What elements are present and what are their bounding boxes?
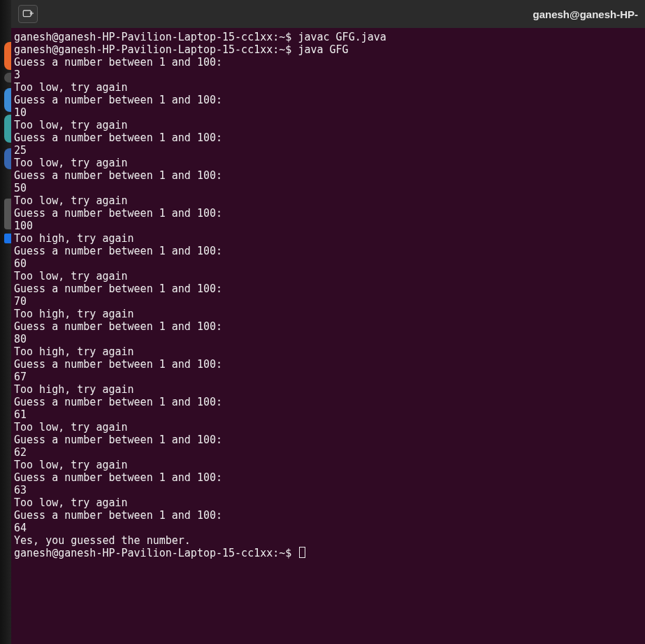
terminal-line: Too high, try again	[14, 232, 644, 245]
terminal-line: Too low, try again	[14, 157, 644, 169]
launcher-dock	[0, 0, 11, 644]
terminal-line: Guess a number between 1 and 100:	[14, 358, 644, 371]
terminal-line: 3	[14, 69, 644, 81]
dock-item[interactable]	[4, 73, 11, 83]
terminal-line: 67	[14, 371, 644, 383]
terminal-line: Guess a number between 1 and 100:	[14, 509, 644, 522]
terminal-line: Guess a number between 1 and 100:	[14, 320, 644, 333]
terminal-line: Guess a number between 1 and 100:	[14, 94, 644, 106]
window-title: ganesh@ganesh-HP-	[533, 8, 638, 20]
terminal-line: Too high, try again	[14, 345, 644, 358]
new-tab-button[interactable]	[18, 5, 38, 23]
terminal-line: ganesh@ganesh-HP-Pavilion-Laptop-15-cc1x…	[14, 547, 644, 559]
dock-item[interactable]	[4, 88, 11, 112]
terminal-line: 64	[14, 522, 644, 534]
terminal-line: Guess a number between 1 and 100:	[14, 245, 644, 257]
terminal-output[interactable]: ganesh@ganesh-HP-Pavilion-Laptop-15-cc1x…	[11, 28, 645, 644]
terminal-line: Too high, try again	[14, 383, 644, 396]
dock-item[interactable]	[4, 199, 11, 229]
new-tab-icon	[22, 8, 34, 20]
terminal-line: 63	[14, 484, 644, 496]
terminal-line: Too low, try again	[14, 459, 644, 471]
terminal-line: 60	[14, 257, 644, 270]
terminal-line: 70	[14, 295, 644, 308]
terminal-line: Too low, try again	[14, 270, 644, 282]
terminal-cursor	[299, 547, 305, 558]
terminal-line: 61	[14, 408, 644, 421]
terminal-line: ganesh@ganesh-HP-Pavilion-Laptop-15-cc1x…	[14, 43, 644, 56]
terminal-line: Guess a number between 1 and 100:	[14, 56, 644, 69]
terminal-line: Guess a number between 1 and 100:	[14, 396, 644, 408]
svg-rect-0	[23, 10, 31, 17]
terminal-line: Guess a number between 1 and 100:	[14, 282, 644, 295]
terminal-line: Guess a number between 1 and 100:	[14, 434, 644, 446]
terminal-line: Yes, you guessed the number.	[14, 534, 644, 547]
terminal-line: ganesh@ganesh-HP-Pavilion-Laptop-15-cc1x…	[14, 31, 644, 43]
terminal-line: Too low, try again	[14, 194, 644, 207]
terminal-line: 80	[14, 333, 644, 345]
terminal-line: Too low, try again	[14, 496, 644, 509]
terminal-line: Too low, try again	[14, 119, 644, 131]
terminal-line: Too high, try again	[14, 308, 644, 320]
terminal-line: Too low, try again	[14, 421, 644, 434]
dock-item[interactable]	[4, 234, 11, 243]
terminal-line: Guess a number between 1 and 100:	[14, 207, 644, 220]
terminal-line: Guess a number between 1 and 100:	[14, 471, 644, 484]
terminal-line: Guess a number between 1 and 100:	[14, 131, 644, 144]
dock-item[interactable]	[4, 148, 11, 169]
window-titlebar: ganesh@ganesh-HP-	[11, 0, 645, 28]
terminal-line: 10	[14, 106, 644, 119]
terminal-line: Too low, try again	[14, 81, 644, 94]
dock-item[interactable]	[4, 42, 11, 70]
dock-item[interactable]	[4, 115, 11, 143]
terminal-line: Guess a number between 1 and 100:	[14, 169, 644, 182]
terminal-line: 50	[14, 182, 644, 194]
terminal-line: 100	[14, 220, 644, 232]
terminal-line: 25	[14, 144, 644, 157]
terminal-line: 62	[14, 446, 644, 459]
